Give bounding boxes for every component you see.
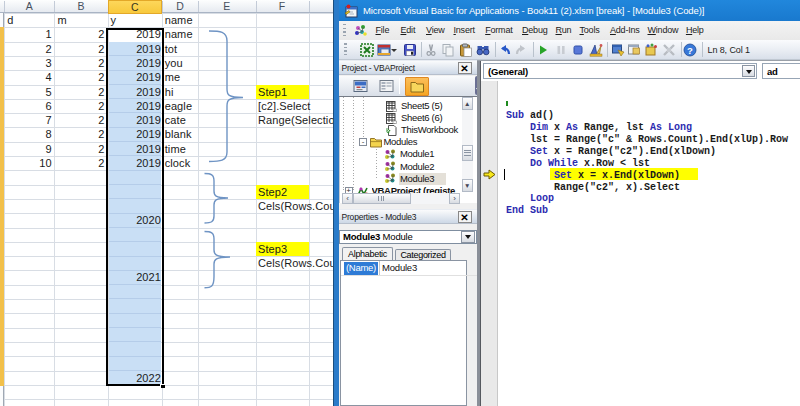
svg-text:?: ?: [687, 45, 693, 56]
